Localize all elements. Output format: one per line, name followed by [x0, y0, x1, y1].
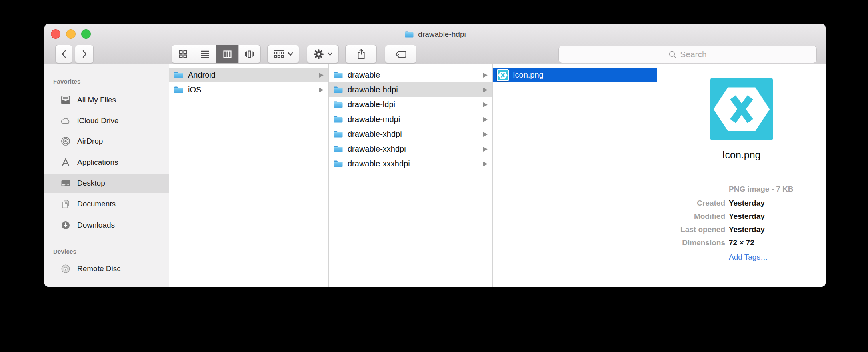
folder-name: drawable-mdpi: [348, 115, 400, 124]
folder-row-drawable-xhdpi[interactable]: drawable-xhdpi: [329, 127, 492, 142]
folder-icon: [333, 145, 344, 153]
desktop-icon: [60, 178, 71, 188]
finder-window: drawable-hdpi: [44, 24, 826, 287]
xamarin-file-icon: [497, 69, 509, 81]
detail-label: Last opened: [657, 225, 725, 234]
view-mode-segmented-control: [172, 45, 261, 63]
gear-icon: [313, 49, 324, 60]
sidebar-item-label: Remote Disc: [77, 264, 121, 273]
chevron-right-icon: [81, 49, 88, 59]
preview-kind: PNG image - 7 KB: [729, 185, 794, 194]
column-3: Icon.png: [493, 64, 657, 287]
chevron-left-icon: [61, 49, 67, 59]
folder-row-drawable-ldpi[interactable]: drawable-ldpi: [329, 97, 492, 112]
search-icon: [668, 50, 677, 59]
disclosure-triangle-icon: [319, 73, 324, 78]
folder-row-ios[interactable]: iOS: [169, 82, 328, 97]
sidebar-section-devices: Devices: [53, 248, 76, 255]
sidebar-item-airdrop[interactable]: AirDrop: [44, 132, 169, 151]
detail-row-created: Created Yesterday: [657, 196, 824, 210]
folder-name: iOS: [188, 85, 201, 94]
list-view-button[interactable]: [194, 45, 217, 63]
disclosure-triangle-icon: [483, 73, 488, 78]
sidebar-item-documents[interactable]: Documents: [44, 194, 169, 214]
tag-button[interactable]: [385, 45, 416, 63]
folder-row-android[interactable]: Android: [169, 68, 328, 82]
coverflow-view-button[interactable]: [239, 45, 261, 63]
window-title: drawable-hdpi: [418, 30, 466, 39]
detail-value: Yesterday: [729, 212, 765, 221]
search-input[interactable]: Search: [558, 46, 817, 63]
folder-icon: [333, 71, 344, 79]
sidebar: Favorites All My Files iCloud Drive AirD…: [44, 64, 169, 287]
sidebar-item-all-my-files[interactable]: All My Files: [44, 90, 169, 110]
folder-row-drawable-xxhdpi[interactable]: drawable-xxhdpi: [329, 142, 492, 156]
preview-details: Created Yesterday Modified Yesterday Las…: [657, 196, 824, 249]
folder-name: drawable-xhdpi: [348, 130, 402, 139]
disclosure-triangle-icon: [483, 132, 488, 137]
disclosure-triangle-icon: [483, 117, 488, 122]
column-view-button[interactable]: [216, 45, 239, 63]
icloud-icon: [60, 116, 71, 126]
share-button[interactable]: [345, 45, 377, 63]
add-tags-link[interactable]: Add Tags…: [729, 253, 768, 262]
forward-button[interactable]: [75, 45, 94, 63]
preview-filename: Icon.png: [657, 149, 826, 161]
file-name: Icon.png: [513, 70, 544, 80]
folder-name: drawable-hdpi: [348, 85, 398, 94]
sidebar-item-label: Applications: [77, 158, 118, 167]
arrange-menu-button[interactable]: [267, 45, 299, 63]
folder-name: drawable-xxhdpi: [348, 144, 406, 154]
disclosure-triangle-icon: [483, 88, 488, 92]
folder-icon: [333, 160, 344, 168]
column-browser: Android iOS drawable drawable-hdpi: [169, 64, 826, 287]
detail-value: 72 × 72: [729, 238, 754, 247]
column-view-icon: [223, 50, 232, 59]
detail-row-dimensions: Dimensions 72 × 72: [657, 236, 824, 249]
tag-icon: [395, 50, 407, 58]
disclosure-triangle-icon: [483, 102, 488, 107]
airdrop-icon: [60, 136, 71, 146]
chevron-down-icon: [288, 52, 293, 56]
sidebar-item-icloud-drive[interactable]: iCloud Drive: [44, 111, 169, 130]
folder-icon: [404, 30, 414, 38]
sidebar-item-downloads[interactable]: Downloads: [44, 216, 169, 235]
action-menu-button[interactable]: [307, 45, 339, 63]
folder-row-drawable-mdpi[interactable]: drawable-mdpi: [329, 112, 492, 127]
detail-label: Dimensions: [657, 238, 725, 247]
sidebar-item-label: Downloads: [77, 221, 115, 230]
detail-label: Created: [657, 199, 725, 208]
search-placeholder: Search: [680, 50, 707, 59]
folder-row-drawable-xxxhdpi[interactable]: drawable-xxxhdpi: [329, 156, 492, 171]
applications-icon: [60, 157, 71, 168]
folder-name: drawable-xxxhdpi: [348, 159, 410, 168]
detail-value: Yesterday: [729, 199, 765, 208]
disclosure-triangle-icon: [483, 147, 488, 152]
sidebar-item-label: Desktop: [77, 179, 105, 188]
folder-name: drawable: [348, 70, 380, 80]
remote-disc-icon: [60, 264, 71, 274]
downloads-icon: [60, 220, 71, 230]
xamarin-preview-image: [710, 78, 773, 140]
sidebar-item-remote-disc[interactable]: Remote Disc: [44, 259, 169, 278]
file-row-icon-png[interactable]: Icon.png: [493, 68, 657, 82]
sidebar-item-desktop[interactable]: Desktop: [44, 174, 169, 193]
back-button[interactable]: [55, 45, 72, 63]
sidebar-section-favorites: Favorites: [53, 78, 81, 85]
folder-icon: [333, 130, 344, 138]
column-1: Android iOS: [169, 64, 329, 287]
folder-name: Android: [188, 70, 216, 80]
folder-icon: [333, 115, 344, 124]
sidebar-item-label: AirDrop: [77, 137, 103, 146]
icon-view-icon: [178, 50, 188, 59]
sidebar-item-label: iCloud Drive: [77, 116, 118, 125]
icon-view-button[interactable]: [172, 45, 194, 63]
folder-row-drawable-hdpi[interactable]: drawable-hdpi: [329, 82, 492, 97]
folder-icon: [173, 71, 184, 79]
folder-icon: [333, 100, 344, 109]
sidebar-item-applications[interactable]: Applications: [44, 153, 169, 172]
folder-icon: [333, 86, 344, 94]
folder-row-drawable[interactable]: drawable: [329, 68, 492, 82]
finder-content: Favorites All My Files iCloud Drive AirD…: [44, 64, 826, 287]
coverflow-view-icon: [244, 50, 254, 59]
